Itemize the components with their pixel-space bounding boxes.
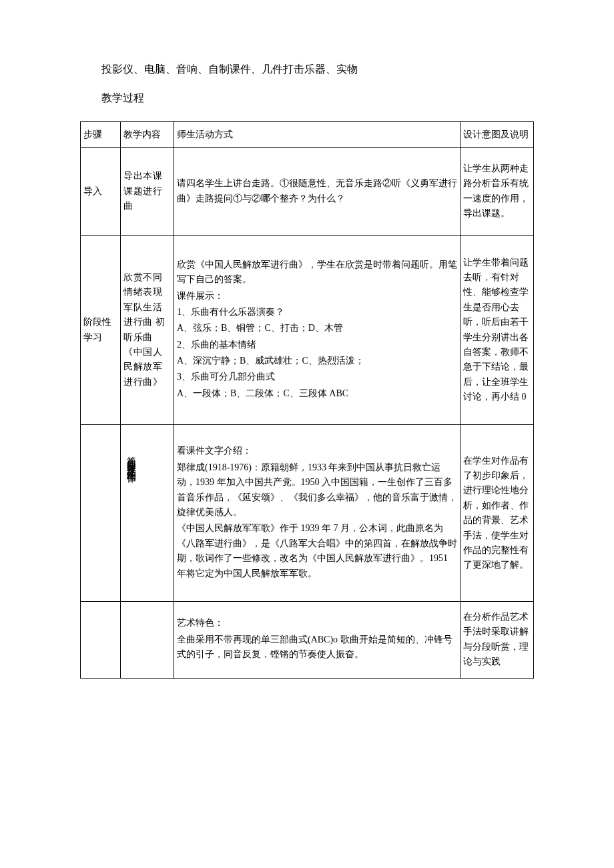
content-cell-vertical: 简介作曲家背景作品作上绍创作 (121, 425, 174, 602)
activity-cell: 艺术特色： 全曲采用不带再现的单三部曲式(ABC)o 歌曲开始是简短的、冲锋号式… (174, 601, 460, 678)
activity-line: 看课件文字介绍： (177, 444, 457, 458)
table-row: 艺术特色： 全曲采用不带再现的单三部曲式(ABC)o 歌曲开始是简短的、冲锋号式… (81, 601, 534, 678)
activity-line: A、一段体；B、二段体；C、三段体 ABC (177, 386, 457, 401)
lesson-plan-table: 步骤 教学内容 师生活动方式 设计意图及说明 导入 导出本课课题进行曲 请四名学… (80, 121, 534, 679)
content-cell-empty (121, 601, 174, 678)
header-content: 教学内容 (121, 121, 174, 147)
activity-line: 3、乐曲可分几部分曲式 (177, 370, 457, 384)
activity-line: 欣赏《中国人民解放军进行曲》，学生在欣赏是时带着问题听。用笔写下自己的答案。 (177, 258, 457, 288)
header-step: 步骤 (81, 121, 121, 147)
activity-line: 《中国人民解放军军歌》作于 1939 年 7 月，公木词，此曲原名为《八路军进行… (177, 521, 457, 581)
header-design: 设计意图及说明 (460, 121, 534, 147)
design-cell: 在分析作品艺术手法时采取讲解与分段听赏，理论与实践 (460, 601, 534, 678)
activity-line: 艺术特色： (177, 616, 457, 630)
activity-line: 课件展示： (177, 289, 457, 304)
header-activity: 师生活动方式 (174, 121, 460, 147)
activity-line: 1、乐曲有什么乐器演奏？ (177, 305, 457, 320)
design-cell: 在学生对作品有了初步印象后，进行理论性地分析，如作者、作品的背景、艺术手法，使学… (460, 425, 534, 602)
activity-line: A、深沉宁静；B、威武雄壮；C、热烈活泼； (177, 354, 457, 368)
step-cell-empty (81, 425, 121, 602)
activity-line: 郑律成(1918-1976)：原籍朝鲜，1933 年来到中国从事抗日救亡运动，1… (177, 460, 457, 520)
intro-line-1: 投影仪、电脑、音响、自制课件、几件打击乐器、实物 (80, 60, 534, 79)
table-row: 导入 导出本课课题进行曲 请四名学生上讲台走路。①很随意性、无音乐走路②听《义勇… (81, 147, 534, 235)
design-cell: 让学生带着问题去听，有针对性、能够检查学生是否用心去听，听后由若干学生分别讲出各… (460, 235, 534, 425)
step-cell: 导入 (81, 147, 121, 235)
activity-cell: 欣赏《中国人民解放军进行曲》，学生在欣赏是时带着问题听。用笔写下自己的答案。 课… (174, 235, 460, 425)
vertical-label: 简介作曲家背景作品作上绍创作 (123, 446, 138, 580)
table-row: 简介作曲家背景作品作上绍创作 看课件文字介绍： 郑律成(1918-1976)：原… (81, 425, 534, 602)
design-cell: 让学生从两种走路分析音乐有统一速度的作用，导出课题。 (460, 147, 534, 235)
activity-line: A、弦乐；B、铜管；C、打击；D、木管 (177, 321, 457, 336)
activity-line: 2、乐曲的基本情绪 (177, 338, 457, 352)
activity-line: 全曲采用不带再现的单三部曲式(ABC)o 歌曲开始是简短的、冲锋号式的引子，同音… (177, 632, 457, 663)
step-cell-empty (81, 601, 121, 678)
step-cell: 阶段性学习 (81, 235, 121, 425)
table-row: 阶段性学习 欣赏不同情绪表现军队生活进行曲 初听乐曲《中国人民解放军进行曲》 欣… (81, 235, 534, 425)
activity-cell: 请四名学生上讲台走路。①很随意性、无音乐走路②听《义勇军进行曲》走路提问①与②哪… (174, 147, 460, 235)
activity-cell: 看课件文字介绍： 郑律成(1918-1976)：原籍朝鲜，1933 年来到中国从… (174, 425, 460, 602)
intro-line-2: 教学过程 (80, 89, 534, 108)
content-cell: 欣赏不同情绪表现军队生活进行曲 初听乐曲《中国人民解放军进行曲》 (121, 235, 174, 425)
content-cell: 导出本课课题进行曲 (121, 147, 174, 235)
table-header-row: 步骤 教学内容 师生活动方式 设计意图及说明 (81, 121, 534, 147)
